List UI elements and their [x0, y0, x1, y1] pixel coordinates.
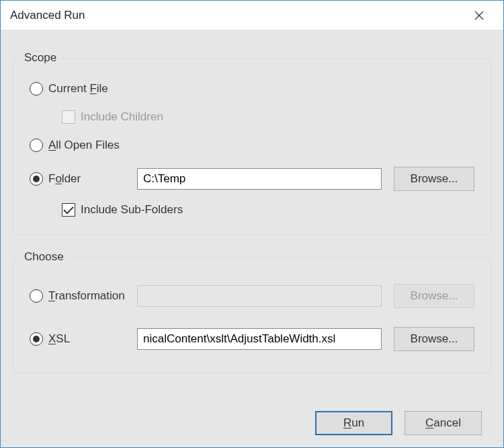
xsl-option[interactable]: XSL	[30, 332, 137, 346]
choose-group: Choose Transformation Browse... XSL nica…	[13, 258, 491, 373]
current-file-label: Current File	[48, 82, 108, 96]
xsl-browse-button[interactable]: Browse...	[394, 327, 474, 351]
folder-browse-button[interactable]: Browse...	[394, 167, 474, 191]
cancel-button[interactable]: Cancel	[405, 411, 482, 435]
transformation-browse-button: Browse...	[394, 284, 474, 308]
xsl-path-input[interactable]: nicalContent\xslt\AdjustTableWidth.xsl	[137, 328, 382, 350]
choose-title: Choose	[20, 250, 68, 264]
include-subfolders-row[interactable]: Include Sub-Folders	[30, 199, 474, 221]
all-open-files-option[interactable]: All Open Files	[30, 135, 474, 156]
title-bar: Advanced Run	[1, 1, 503, 30]
include-subfolders-checkbox[interactable]	[62, 203, 75, 217]
dialog-footer: Run Cancel	[303, 411, 482, 435]
include-subfolders-label: Include Sub-Folders	[81, 203, 183, 217]
transformation-input	[137, 285, 382, 307]
radio-icon	[30, 172, 43, 186]
include-children-row: Include Children	[30, 106, 474, 128]
radio-icon	[30, 139, 43, 152]
close-button[interactable]	[464, 2, 494, 29]
transformation-label: Transformation	[48, 289, 125, 303]
scope-title: Scope	[20, 51, 60, 65]
radio-icon	[30, 289, 43, 303]
folder-label: Folder	[48, 172, 81, 186]
folder-option[interactable]: Folder	[30, 172, 137, 186]
include-children-checkbox	[62, 110, 75, 124]
dialog-content: Scope Current File Include Children All …	[1, 30, 503, 447]
radio-icon	[30, 82, 43, 96]
transformation-option[interactable]: Transformation	[30, 289, 137, 303]
xsl-label: XSL	[48, 332, 70, 346]
radio-icon	[30, 332, 43, 346]
all-open-files-label: All Open Files	[48, 139, 120, 152]
close-icon	[474, 11, 484, 20]
include-children-label: Include Children	[81, 110, 163, 124]
xsl-row: XSL nicalContent\xslt\AdjustTableWidth.x…	[30, 327, 474, 351]
current-file-option[interactable]: Current File	[30, 78, 474, 100]
transformation-row: Transformation Browse...	[30, 284, 474, 308]
folder-path-input[interactable]: C:\Temp	[137, 168, 382, 190]
run-button[interactable]: Run	[315, 411, 392, 435]
window-title: Advanced Run	[10, 9, 464, 22]
scope-group: Scope Current File Include Children All …	[13, 59, 491, 235]
folder-option-row: Folder C:\Temp Browse...	[30, 167, 474, 191]
